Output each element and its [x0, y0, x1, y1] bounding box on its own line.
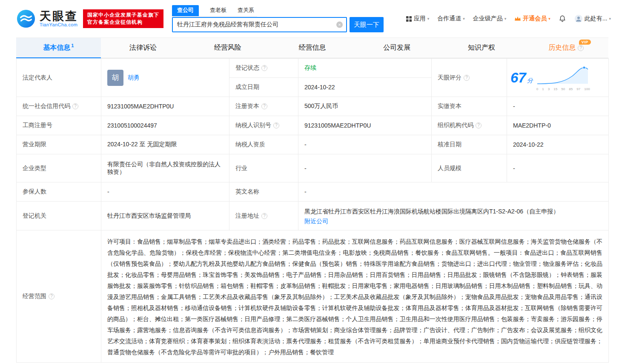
tab-label: 基本信息	[43, 43, 70, 52]
clear-search-icon[interactable]: ×	[336, 22, 343, 28]
header: 天眼查 TianYanCha.com 国家中小企业发展子基金旗下 官方备案企业征…	[0, 0, 622, 37]
search-tab-relation[interactable]: 查关系	[238, 5, 254, 16]
help-icon[interactable]: ?	[261, 65, 267, 71]
taxpayer-quali-value-cell: -	[298, 135, 432, 154]
legal-rep-label-cell: 法定代表人	[17, 59, 101, 97]
reg-capital-value-cell: 500万人民币	[298, 97, 432, 116]
brand-domain: TianYanCha.com	[40, 22, 78, 27]
brand-name: 天眼查	[40, 10, 78, 22]
reg-address-value-cell: 黑龙江省牡丹江市西安区牡丹江海浪国际机场航站楼国际出境隔离区内T1-S2-A2-…	[298, 202, 609, 230]
tab-label: 公司发展	[383, 43, 410, 52]
score-value-cell: 67分 01 315 5085 97100	[507, 59, 609, 97]
badge-line-1: 国家中小企业发展子基金旗下	[87, 11, 159, 19]
score-label-cell: 天眼评分?	[432, 59, 507, 97]
nav-cooperation-label: 合作通道	[437, 15, 461, 23]
tab-label: 经营风险	[214, 43, 241, 52]
section-tabbar: 基本信息1 法律诉讼 经营风险 经营信息 公司发展 知识产权 历史信息 ? VI…	[16, 37, 608, 58]
company-type-value-cell: 有限责任公司（非自然人投资或控股的法人独资）	[101, 154, 229, 182]
search-input[interactable]	[172, 17, 347, 32]
tab-label: 知识产权	[468, 43, 495, 52]
tab-company-development[interactable]: 公司发展	[355, 38, 439, 58]
nav-enterprise-products[interactable]: 企业级产品 ▾	[473, 15, 507, 23]
tab-count-badge: 1	[71, 43, 74, 48]
established-label-cell: 成立日期	[229, 78, 298, 97]
score-axis: 01 315 5085 97100	[536, 87, 590, 91]
grid-icon	[406, 16, 412, 22]
legal-rep-value-cell: 胡 胡勇	[101, 59, 229, 97]
staff-size-label-cell: 人员规模	[432, 154, 507, 182]
nav-user-label: 此处有...	[585, 15, 608, 23]
help-icon[interactable]: ?	[578, 45, 584, 51]
search-tab-boss[interactable]: 查老板	[210, 5, 226, 16]
tab-label: 历史信息	[548, 43, 576, 52]
reg-status-label-cell: 登记状态?	[229, 59, 298, 78]
search-button[interactable]: 天眼一下	[350, 17, 384, 32]
nav-cooperation[interactable]: 合作通道 ▾	[437, 15, 465, 23]
reg-number-label-cell: 工商注册号	[17, 116, 101, 135]
tab-history-info[interactable]: 历史信息 ? VIP	[524, 38, 608, 58]
tianyancha-logo[interactable]: 天眼查 TianYanCha.com	[16, 9, 78, 28]
main-content: 基本信息1 法律诉讼 经营风险 经营信息 公司发展 知识产权 历史信息 ? VI…	[0, 37, 622, 363]
tab-label: 经营信息	[299, 43, 326, 52]
reg-status-value-cell: 存续	[298, 59, 432, 78]
tab-intellectual-property[interactable]: 知识产权	[439, 38, 524, 58]
business-scope-label-cell: 经营范围?	[17, 230, 101, 363]
nav-enterprise-label: 企业级产品	[473, 15, 503, 23]
vip-badge: VIP	[579, 40, 591, 45]
bell-icon	[559, 15, 566, 23]
english-name-label-cell: 英文名称	[229, 182, 298, 202]
status-badge: 存续	[304, 64, 316, 71]
score-number: 67分	[510, 70, 533, 86]
legal-rep-avatar[interactable]: 胡	[107, 70, 123, 86]
tab-operating-risk[interactable]: 经营风险	[185, 38, 270, 58]
reg-authority-label-cell: 登记机关	[17, 202, 101, 230]
help-icon[interactable]: ?	[273, 122, 279, 128]
chevron-down-icon: ▾	[548, 17, 550, 21]
nav-apps[interactable]: 应用 ▾	[406, 15, 430, 23]
english-name-value-cell: -	[298, 182, 609, 202]
reg-address-label-cell: 注册地址?	[229, 202, 298, 230]
credit-code-value-cell: 91231005MAE2DHTP0U	[101, 97, 229, 116]
crown-icon	[514, 16, 521, 22]
chevron-down-icon: ▾	[504, 17, 507, 21]
insured-count-label-cell: 参保人数	[17, 182, 101, 202]
approval-date-value-cell: 2024-10-22	[507, 135, 609, 154]
tab-basic-info[interactable]: 基本信息1	[16, 38, 101, 58]
user-avatar-icon	[574, 14, 583, 23]
help-icon[interactable]: ?	[261, 103, 267, 109]
help-icon[interactable]: ?	[464, 75, 470, 81]
basic-info-table: 法定代表人 胡 胡勇 登记状态? 存续 天眼评分? 67分	[16, 58, 609, 363]
tab-label: 法律诉讼	[129, 43, 157, 52]
org-code-value-cell: MAE2DHTP-0	[507, 116, 609, 135]
search-type-tabs: 查公司 查老板 查关系	[172, 5, 257, 17]
chevron-down-icon: ▾	[609, 17, 611, 21]
badge-line-2: 官方备案企业征信机构	[87, 19, 159, 26]
business-term-label-cell: 营业期限	[17, 135, 101, 154]
nav-notifications[interactable]	[559, 15, 566, 23]
taxpayer-id-value-cell: 91231005MAE2DHTP0U	[298, 116, 432, 135]
help-icon[interactable]: ?	[72, 103, 78, 109]
approval-date-label-cell: 核准日期	[432, 135, 507, 154]
help-icon[interactable]: ?	[261, 213, 267, 219]
nav-user-account[interactable]: 此处有... ▾	[574, 14, 611, 23]
taxpayer-id-label-cell: 纳税人识别号?	[229, 116, 298, 135]
staff-size-value-cell: -	[507, 154, 609, 182]
legal-rep-link[interactable]: 胡勇	[128, 74, 140, 82]
industry-label-cell: 行业	[229, 154, 298, 182]
paid-capital-value-cell: -	[507, 97, 609, 116]
chevron-down-icon: ▾	[427, 17, 430, 21]
search-tab-company[interactable]: 查公司	[172, 5, 199, 16]
tab-legal-proceedings[interactable]: 法律诉讼	[101, 38, 186, 58]
nav-open-vip[interactable]: 开通会员 ▾	[514, 15, 550, 23]
nav-apps-label: 应用	[414, 15, 426, 23]
help-icon[interactable]: ?	[476, 122, 482, 128]
tab-operating-info[interactable]: 经营信息	[270, 38, 355, 58]
top-nav: 应用 ▾ 合作通道 ▾ 企业级产品 ▾ 开通会员 ▾	[406, 14, 611, 23]
nearby-companies-link[interactable]: 附近公司	[304, 218, 328, 225]
reg-address-text: 黑龙江省牡丹江市西安区牡丹江海浪国际机场航站楼国际出境隔离区内T1-S2-A2-…	[304, 207, 602, 216]
org-code-label-cell: 组织机构代码?	[432, 116, 507, 135]
search-area: 查公司 查老板 查关系 × 天眼一下	[172, 5, 384, 32]
help-icon[interactable]: ?	[49, 293, 54, 299]
established-value-cell: 2024-10-22	[298, 78, 432, 97]
insured-count-value-cell: -	[101, 182, 229, 202]
